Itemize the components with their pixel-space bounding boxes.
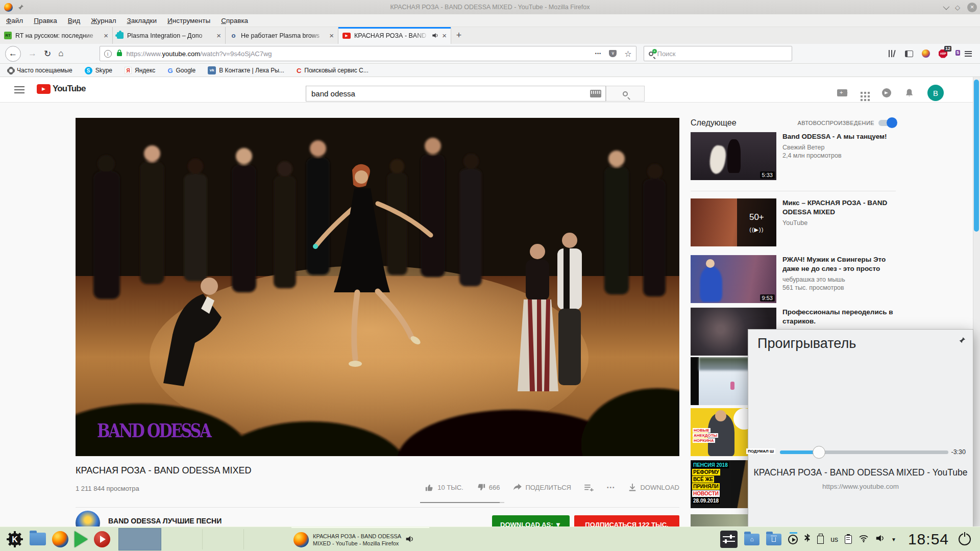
video-thumbnail[interactable]: 9:53 bbox=[691, 255, 776, 303]
bookmark-frequent[interactable]: Часто посещаемые bbox=[8, 67, 72, 74]
page-info-icon[interactable]: i bbox=[104, 50, 112, 58]
home-folder-icon[interactable]: ⌂ bbox=[744, 534, 760, 545]
upload-video-icon[interactable] bbox=[837, 89, 847, 96]
tab-youtube-active[interactable]: ▶ КРАСНАЯ РОЗА - BAND O × bbox=[338, 27, 451, 44]
suggestion-title[interactable]: Микс – КРАСНАЯ РОЗА - BAND ODESSA MIXED bbox=[782, 198, 896, 217]
library-icon[interactable] bbox=[889, 50, 896, 57]
page-actions-icon[interactable]: ••• bbox=[595, 51, 601, 56]
plasma-media-player-popup[interactable]: Проигрыватель 0:42 -3:30 КРАСНАЯ РОЗА - … bbox=[748, 329, 973, 528]
tab-close-icon[interactable]: × bbox=[329, 31, 334, 40]
kde-launcher-icon[interactable]: K bbox=[6, 531, 23, 548]
seek-slider[interactable] bbox=[780, 450, 948, 454]
adblock-icon[interactable]: ABP12 bbox=[939, 49, 947, 58]
bookmark-vkontakte[interactable]: vkВ Контакте | Леха Ры... bbox=[208, 66, 284, 74]
suggestion-title[interactable]: Band ODESSA - А мы танцуем! bbox=[782, 132, 896, 141]
now-playing-url[interactable]: https://www.youtube.com bbox=[748, 483, 973, 490]
messages-icon[interactable] bbox=[882, 88, 891, 97]
suggestion-title[interactable]: Профессионалы переоделись в стариков. bbox=[782, 308, 896, 326]
suggested-video-row[interactable]: 5:33 Band ODESSA - А мы танцуем! Свежий … bbox=[691, 132, 896, 180]
suggested-video-row[interactable]: 50+ ((▶)) Микс – КРАСНАЯ РОЗА - BAND ODE… bbox=[691, 198, 896, 246]
youtube-search-button[interactable] bbox=[606, 86, 645, 102]
tab-close-icon[interactable]: × bbox=[216, 31, 221, 40]
seek-slider-handle[interactable] bbox=[813, 446, 825, 459]
trash-folder-icon[interactable] bbox=[766, 534, 781, 545]
reload-button[interactable]: ↻ bbox=[44, 48, 51, 59]
extension-ball-icon[interactable] bbox=[922, 49, 930, 58]
suggestion-title[interactable]: РЖАЧ! Мужик и Свингеры Это даже не до сл… bbox=[782, 255, 896, 273]
video-app-icon[interactable] bbox=[94, 531, 110, 547]
account-avatar[interactable]: B bbox=[927, 85, 944, 101]
apps-grid-icon[interactable] bbox=[861, 92, 863, 94]
youtube-guide-icon[interactable] bbox=[14, 86, 24, 93]
youtube-search-input[interactable] bbox=[306, 89, 590, 98]
more-actions-button[interactable]: ••• bbox=[607, 485, 616, 490]
task-audio-icon[interactable] bbox=[405, 535, 414, 545]
video-thumbnail[interactable]: 50+ ((▶)) bbox=[691, 198, 776, 246]
suggested-video-row[interactable]: 9:53 РЖАЧ! Мужик и Свингеры Это даже не … bbox=[691, 255, 896, 303]
firefox-search-input[interactable] bbox=[657, 50, 760, 58]
tab-close-icon[interactable]: × bbox=[442, 31, 447, 40]
pocket-icon[interactable]: ∨ bbox=[609, 50, 617, 57]
keyboard-layout-indicator[interactable]: us bbox=[830, 535, 838, 543]
menu-help[interactable]: Справка bbox=[221, 17, 248, 24]
tab-plasma-browser[interactable]: о Не работает Plasma brows × bbox=[226, 27, 338, 44]
youtube-logo[interactable]: ▶ YouTube bbox=[37, 84, 86, 94]
channel-name[interactable]: BAND ODESSA ЛУЧШИЕ ПЕСНИ bbox=[108, 517, 222, 525]
bookmark-yandex[interactable]: ЯЯндекс bbox=[125, 67, 155, 74]
volume-icon[interactable] bbox=[875, 534, 885, 545]
download-button[interactable]: DOWNLOAD bbox=[628, 483, 679, 492]
clipboard-icon[interactable] bbox=[845, 535, 852, 544]
file-manager-icon[interactable] bbox=[30, 533, 46, 545]
tab-close-icon[interactable]: × bbox=[104, 31, 108, 40]
menu-tools[interactable]: Инструменты bbox=[167, 17, 210, 24]
menu-view[interactable]: Вид bbox=[68, 17, 80, 24]
page-scrollbar-thumb[interactable] bbox=[974, 80, 979, 232]
share-button[interactable]: ПОДЕЛИТЬСЯ bbox=[513, 484, 571, 491]
removable-device-icon[interactable] bbox=[817, 536, 824, 544]
home-button[interactable]: ⌂ bbox=[58, 48, 63, 59]
tab-plasma-integration[interactable]: Plasma Integration – Допо × bbox=[113, 27, 226, 44]
video-thumbnail[interactable]: 5:33 bbox=[691, 132, 776, 180]
minimize-button[interactable] bbox=[943, 3, 950, 10]
sidebar-toggle-icon[interactable] bbox=[905, 51, 913, 57]
url-bar[interactable]: i https://www.youtube.com/watch?v=9s4oSj… bbox=[100, 46, 636, 61]
pin-icon[interactable] bbox=[959, 337, 966, 346]
close-button[interactable]: × bbox=[967, 3, 977, 12]
media-tray-icon[interactable] bbox=[788, 535, 798, 544]
new-tab-button[interactable]: + bbox=[451, 27, 467, 44]
bookmark-star-icon[interactable]: ☆ bbox=[624, 49, 631, 59]
window-titlebar[interactable]: КРАСНАЯ РОЗА - BAND ODESSA MIXED - YouTu… bbox=[0, 0, 980, 14]
like-button[interactable]: 10 ТЫС. bbox=[425, 483, 463, 492]
menu-bookmarks[interactable]: Закладки bbox=[127, 17, 157, 24]
wifi-icon[interactable] bbox=[859, 535, 869, 544]
tab-rt-news[interactable]: RT RT на русском: последние × bbox=[0, 27, 113, 44]
firefox-task-button[interactable]: КРАСНАЯ РОЗА - BAND ODESSAMIXED - YouTub… bbox=[291, 527, 429, 551]
tray-expander-icon[interactable]: ▼ bbox=[891, 537, 896, 542]
youtube-search-box[interactable] bbox=[306, 86, 606, 102]
menu-file[interactable]: Файл bbox=[6, 17, 23, 24]
media-player-icon[interactable] bbox=[75, 531, 88, 547]
tab-audio-icon[interactable] bbox=[432, 32, 438, 39]
bookmark-google[interactable]: GGoogle bbox=[167, 67, 195, 74]
autoplay-toggle[interactable] bbox=[878, 120, 896, 126]
firefox-search-box[interactable] bbox=[644, 46, 792, 61]
bookmark-sputnik[interactable]: CПоисковый сервис С... bbox=[297, 67, 369, 74]
add-to-playlist-button[interactable] bbox=[584, 484, 594, 491]
back-button[interactable]: ← bbox=[5, 46, 21, 62]
dislike-button[interactable]: 666 bbox=[477, 483, 500, 492]
menu-history[interactable]: Журнал bbox=[91, 17, 116, 24]
maximize-button[interactable]: ◇ bbox=[955, 4, 960, 11]
active-task-button[interactable] bbox=[118, 528, 161, 550]
video-player[interactable]: BAND ODESSA bbox=[76, 118, 679, 456]
firefox-taskbar-icon[interactable] bbox=[52, 531, 68, 547]
keyboard-icon[interactable] bbox=[590, 90, 601, 97]
bookmark-skype[interactable]: SSkype bbox=[85, 67, 112, 74]
notifications-bell-icon[interactable] bbox=[904, 88, 914, 98]
menu-edit[interactable]: Правка bbox=[34, 17, 57, 24]
power-session-icon[interactable] bbox=[959, 533, 971, 545]
audio-mixer-icon[interactable] bbox=[720, 531, 738, 548]
firefox-menu-icon[interactable] bbox=[965, 51, 972, 57]
clock[interactable]: 18:54 bbox=[908, 531, 949, 548]
forward-button[interactable]: → bbox=[28, 48, 37, 59]
bluetooth-icon[interactable] bbox=[804, 534, 811, 545]
